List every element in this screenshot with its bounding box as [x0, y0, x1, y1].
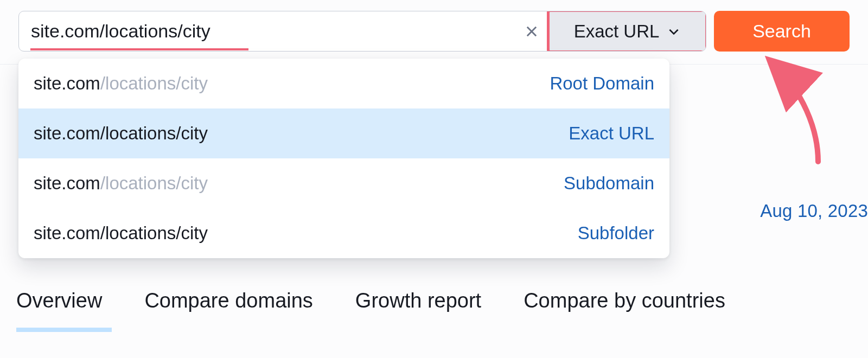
annotation-arrow-icon	[760, 53, 830, 167]
tab-compare-domains[interactable]: Compare domains	[144, 289, 312, 319]
tab-compare-countries[interactable]: Compare by countries	[524, 289, 725, 319]
suggestion-url-prefix: site.com	[34, 173, 100, 194]
search-button[interactable]: Search	[714, 11, 850, 52]
suggestion-row[interactable]: site.com/locations/city Subdomain	[18, 158, 669, 208]
clear-input-button[interactable]	[515, 11, 548, 51]
search-button-label: Search	[752, 21, 811, 42]
suggestion-url: site.com/locations/city	[34, 173, 208, 194]
suggestion-scope: Root Domain	[550, 73, 654, 94]
suggestion-url-suffix: /locations/city	[100, 173, 208, 194]
suggestions-dropdown: site.com/locations/city Root Domain site…	[18, 59, 669, 258]
search-bar: Exact URL Search	[18, 11, 850, 52]
suggestion-url: site.com/locations/city	[34, 73, 208, 94]
suggestion-row[interactable]: site.com/locations/city Subfolder	[18, 208, 669, 258]
active-tab-indicator	[16, 328, 112, 332]
tab-label: Compare domains	[144, 289, 312, 312]
tab-label: Overview	[16, 289, 102, 312]
tab-label: Compare by countries	[524, 289, 725, 312]
scope-dropdown-button[interactable]: Exact URL	[548, 11, 706, 51]
search-box: Exact URL	[18, 11, 706, 52]
scope-dropdown-label: Exact URL	[574, 21, 660, 42]
suggestion-url-prefix: site.com	[34, 73, 100, 94]
suggestion-url: site.com/locations/city	[34, 123, 208, 144]
suggestion-scope: Subfolder	[578, 223, 654, 244]
suggestion-url-prefix: site.com/locations/city	[34, 123, 208, 144]
tab-growth-report[interactable]: Growth report	[355, 289, 481, 319]
annotation-underline	[30, 48, 248, 50]
close-icon	[524, 24, 539, 39]
date-label: Aug 10, 2023	[760, 201, 868, 221]
tab-overview[interactable]: Overview	[16, 289, 102, 319]
report-tabs: Overview Compare domains Growth report C…	[16, 289, 725, 319]
suggestion-row[interactable]: site.com/locations/city Root Domain	[18, 59, 669, 108]
suggestion-url: site.com/locations/city	[34, 223, 208, 244]
suggestion-scope: Exact URL	[569, 123, 654, 144]
suggestion-row[interactable]: site.com/locations/city Exact URL	[18, 108, 669, 158]
suggestion-url-prefix: site.com/locations/city	[34, 223, 208, 244]
suggestion-scope: Subdomain	[564, 173, 654, 194]
tab-label: Growth report	[355, 289, 481, 312]
chevron-down-icon	[667, 24, 681, 39]
suggestion-url-suffix: /locations/city	[100, 73, 208, 94]
url-input[interactable]	[19, 11, 515, 51]
